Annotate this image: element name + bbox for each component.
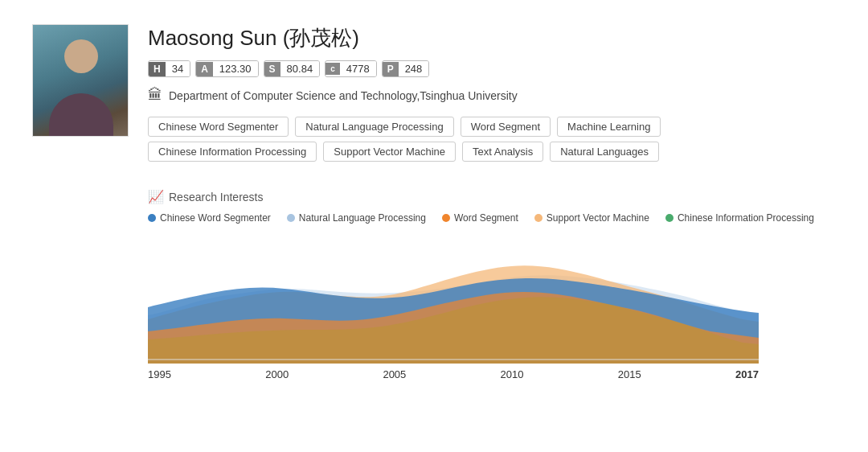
tag-word-segment[interactable]: Word Segment	[461, 117, 551, 137]
c-label: c	[326, 63, 340, 75]
legend-label-cws: Chinese Word Segmenter	[160, 212, 271, 224]
h-label: H	[149, 62, 166, 76]
a-value: 123.30	[213, 61, 258, 76]
papers-badge: P 248	[382, 60, 430, 77]
chart-title-row: 📈 Research Interests	[148, 189, 836, 204]
metrics-row: H 34 A 123.30 S 80.84 c 4778 P 248	[148, 60, 836, 77]
x-label-2017: 2017	[735, 368, 759, 380]
p-value: 248	[399, 61, 429, 76]
chart-area	[148, 235, 759, 364]
legend-dot-svm	[534, 214, 542, 222]
chart-legend: Chinese Word Segmenter Natural Language …	[148, 212, 836, 224]
p-label: P	[383, 62, 399, 76]
tag-machine-learning[interactable]: Machine Learning	[557, 117, 661, 137]
x-label-2010: 2010	[501, 368, 524, 380]
legend-item-ws: Word Segment	[442, 212, 518, 224]
s-value: 80.84	[280, 61, 320, 76]
institution-row: 🏛 Department of Computer Science and Tec…	[148, 87, 836, 104]
institution-name: Department of Computer Science and Techn…	[169, 89, 518, 102]
legend-dot-nlp	[287, 214, 295, 222]
x-label-2000: 2000	[265, 368, 289, 380]
author-name: Maosong Sun (孙茂松)	[148, 24, 836, 52]
s-label: S	[264, 62, 280, 76]
legend-label-svm: Support Vector Machine	[547, 212, 649, 224]
tag-svm[interactable]: Support Vector Machine	[323, 142, 456, 162]
legend-dot-cws	[148, 214, 156, 222]
x-axis-labels: 1995 2000 2005 2010 2015 2017	[148, 364, 759, 380]
c-value: 4778	[340, 61, 376, 76]
chart-title: Research Interests	[169, 191, 264, 203]
avatar	[32, 24, 129, 137]
legend-item-cip: Chinese Information Processing	[665, 212, 814, 224]
profile-info: Maosong Sun (孙茂松) H 34 A 123.30 S 80.84 …	[148, 24, 836, 166]
chart-svg	[148, 235, 759, 364]
legend-item-nlp: Natural Language Processing	[287, 212, 426, 224]
x-label-2015: 2015	[618, 368, 641, 380]
legend-dot-cip	[665, 214, 674, 222]
h-value: 34	[166, 61, 190, 76]
profile-section: Maosong Sun (孙茂松) H 34 A 123.30 S 80.84 …	[32, 24, 836, 166]
tags-row-1: Chinese Word Segmenter Natural Language …	[148, 117, 836, 137]
chart-title-icon: 📈	[148, 189, 164, 204]
tags-row-2: Chinese Information Processing Support V…	[148, 142, 836, 162]
tag-nlp[interactable]: Natural Language Processing	[295, 117, 453, 137]
citations-badge: c 4778	[325, 60, 376, 77]
a-index-badge: A 123.30	[195, 60, 258, 77]
tag-chinese-word-segmenter[interactable]: Chinese Word Segmenter	[148, 117, 289, 137]
h-index-badge: H 34	[148, 60, 190, 77]
s-index-badge: S 80.84	[264, 60, 321, 77]
legend-item-svm: Support Vector Machine	[534, 212, 649, 224]
tag-natural-languages[interactable]: Natural Languages	[550, 142, 659, 162]
legend-item-cws: Chinese Word Segmenter	[148, 212, 271, 224]
avatar-image	[33, 25, 129, 137]
tag-chinese-info-processing[interactable]: Chinese Information Processing	[148, 142, 317, 162]
legend-label-nlp: Natural Language Processing	[299, 212, 426, 224]
a-label: A	[196, 62, 213, 76]
tag-text-analysis[interactable]: Text Analysis	[462, 142, 543, 162]
x-label-2005: 2005	[383, 368, 406, 380]
legend-dot-ws	[442, 214, 450, 222]
institution-icon: 🏛	[148, 87, 162, 104]
x-label-1995: 1995	[148, 368, 171, 380]
legend-label-cip: Chinese Information Processing	[678, 212, 814, 224]
research-interests-section: 📈 Research Interests Chinese Word Segmen…	[148, 189, 836, 380]
legend-label-ws: Word Segment	[454, 212, 518, 224]
